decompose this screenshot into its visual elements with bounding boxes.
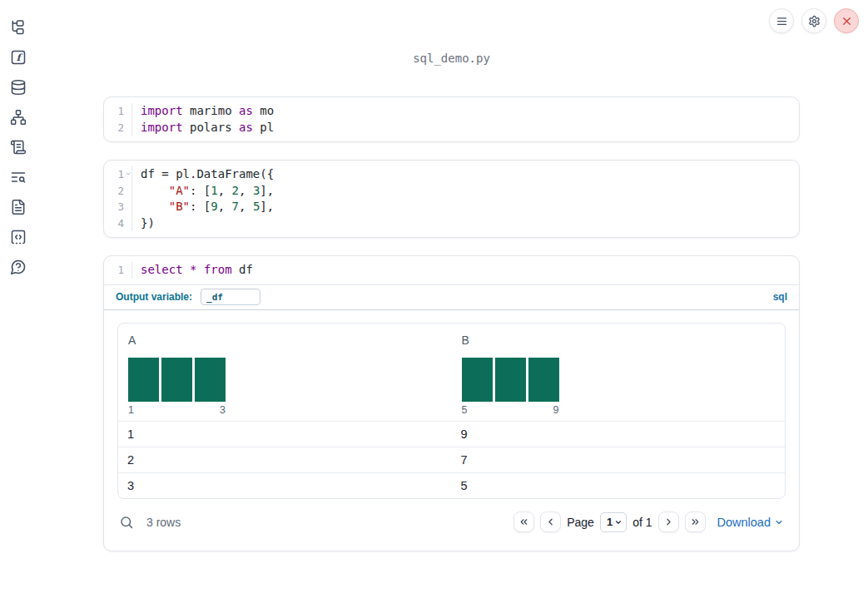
code-line: import marimo as mo	[141, 103, 274, 120]
histogram-bar	[161, 358, 192, 402]
line-number-gutter: 1234	[104, 166, 132, 231]
close-icon[interactable]	[834, 8, 859, 33]
download-label: Download	[717, 516, 771, 529]
sql-cell: 1 select * from df Output variable: sql …	[103, 255, 800, 551]
histogram-bar	[495, 358, 526, 402]
row-count: 3 rows	[146, 516, 181, 529]
table-body: 192735	[118, 421, 785, 498]
table-row[interactable]: 27	[118, 447, 785, 472]
histogram-bar	[195, 358, 226, 402]
table-cell: 9	[452, 422, 786, 447]
cell-output: A13B59 192735 3 rows Page 1	[104, 309, 799, 551]
first-page-button[interactable]	[513, 511, 534, 532]
last-page-button[interactable]	[685, 511, 706, 532]
column-header[interactable]: B59	[452, 324, 786, 421]
file-explorer-icon[interactable]	[10, 19, 27, 36]
table-cell: 3	[118, 473, 452, 498]
line-number: 2	[104, 183, 131, 200]
column-histogram[interactable]: 13	[128, 358, 226, 416]
search-icon[interactable]	[119, 515, 134, 530]
language-badge[interactable]: sql	[773, 291, 787, 303]
dataframe-table: A13B59 192735	[117, 323, 786, 499]
download-button[interactable]: Download	[717, 516, 785, 529]
line-number-gutter: 1	[104, 262, 132, 279]
table-header: A13B59	[118, 324, 785, 421]
code-line: "A": [1, 2, 3],	[141, 183, 274, 200]
help-icon[interactable]	[10, 259, 27, 275]
histogram-bar	[528, 358, 559, 402]
notebook: sql_demo.py 12 import marimo as moimport…	[103, 0, 800, 569]
logs-icon[interactable]	[10, 139, 27, 156]
code-editor[interactable]: 1234 df = pl.DataFrame({ "A": [1, 2, 3],…	[104, 161, 799, 237]
line-number: 1	[104, 103, 131, 120]
table-cell: 2	[118, 447, 452, 472]
fold-chevron-icon[interactable]	[125, 170, 131, 177]
histogram-labels: 59	[462, 404, 559, 416]
histogram-bar	[128, 358, 159, 402]
histogram-bars	[462, 358, 559, 402]
helper-panel-sidebar: f	[0, 0, 37, 275]
code-line: })	[141, 215, 274, 232]
page-select-value: 1	[607, 516, 613, 528]
line-number-gutter: 12	[104, 103, 132, 136]
table-row[interactable]: 19	[118, 421, 785, 447]
table-row[interactable]: 35	[118, 472, 785, 498]
notebook-filename: sql_demo.py	[103, 52, 800, 65]
previous-page-button[interactable]	[540, 511, 561, 532]
code-line: df = pl.DataFrame({	[141, 166, 274, 183]
code-cell-dataframe: 1234 df = pl.DataFrame({ "A": [1, 2, 3],…	[103, 160, 800, 238]
svg-text:f: f	[17, 52, 23, 63]
code-content: df = pl.DataFrame({ "A": [1, 2, 3], "B":…	[132, 166, 274, 231]
next-page-button[interactable]	[658, 511, 679, 532]
column-histogram[interactable]: 59	[462, 358, 559, 416]
sql-cell-footer: Output variable: sql	[104, 284, 799, 309]
histogram-labels: 13	[128, 404, 226, 416]
histogram-bars	[128, 358, 226, 402]
pagination: Page 1 of 1	[513, 511, 705, 532]
page-select[interactable]: 1	[600, 512, 627, 532]
line-number: 1	[104, 166, 131, 183]
histogram-bar	[462, 358, 493, 402]
snippets-icon[interactable]	[10, 229, 27, 245]
table-cell: 7	[452, 447, 786, 472]
column-name: B	[462, 334, 776, 347]
output-variable-label: Output variable:	[116, 291, 192, 303]
gear-icon[interactable]	[801, 8, 826, 33]
chevron-down-icon	[774, 517, 784, 527]
line-number: 3	[104, 199, 131, 215]
table-cell: 1	[118, 422, 452, 447]
dependency-graph-icon[interactable]	[10, 109, 27, 126]
text-search-icon[interactable]	[10, 169, 27, 185]
chevron-down-icon	[614, 518, 622, 526]
documentation-icon[interactable]	[10, 199, 27, 215]
column-header[interactable]: A13	[118, 324, 452, 421]
table-footer: 3 rows Page 1 of 1	[117, 507, 786, 537]
code-line: "B": [9, 7, 5],	[141, 199, 274, 215]
data-sources-icon[interactable]	[10, 79, 27, 96]
column-name: A	[128, 334, 442, 347]
line-number: 2	[104, 120, 131, 136]
code-line: import polars as pl	[141, 120, 274, 136]
code-content: import marimo as moimport polars as pl	[132, 103, 274, 136]
page-label: Page	[567, 516, 594, 529]
sql-editor[interactable]: 1 select * from df	[104, 256, 799, 284]
line-number: 1	[104, 262, 131, 279]
code-editor[interactable]: 12 import marimo as moimport polars as p…	[104, 97, 799, 141]
variables-icon[interactable]: f	[10, 49, 27, 66]
line-number: 4	[104, 215, 131, 232]
code-content: select * from df	[132, 262, 253, 279]
code-line: select * from df	[141, 262, 253, 279]
output-variable-input[interactable]	[201, 289, 260, 305]
page-of-label: of 1	[632, 516, 652, 529]
table-cell: 5	[452, 473, 786, 498]
code-cell-imports: 12 import marimo as moimport polars as p…	[103, 96, 800, 142]
